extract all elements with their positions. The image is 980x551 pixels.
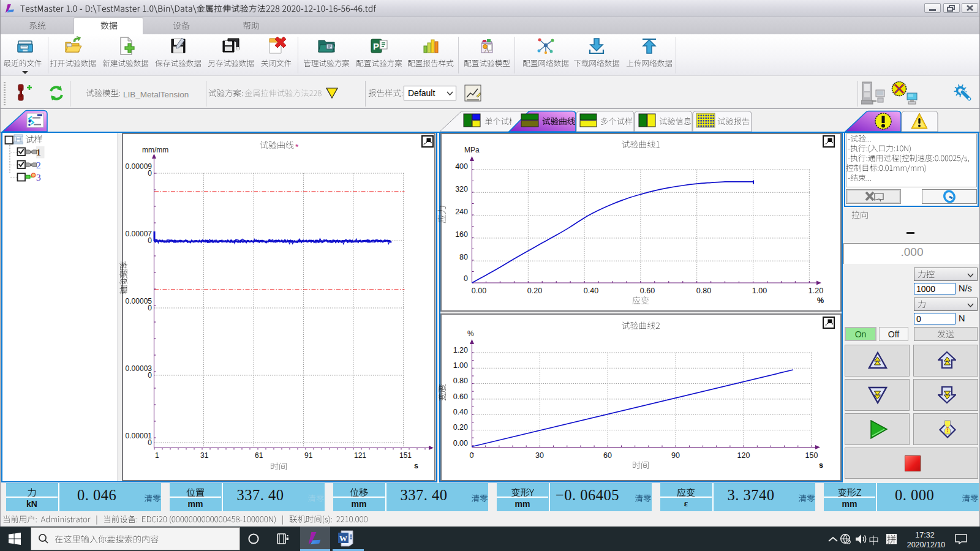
svg-text:W: W [339,534,347,543]
svg-text:P: P [373,41,379,51]
